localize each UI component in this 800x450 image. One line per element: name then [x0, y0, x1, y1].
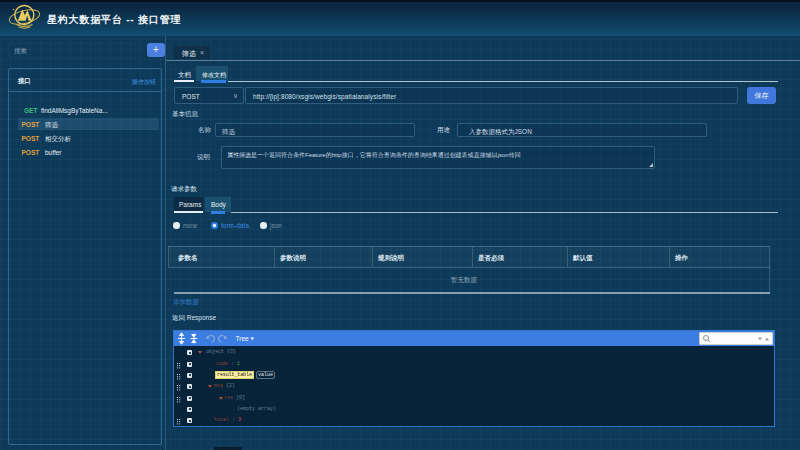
svg-text:Tree: Tree	[236, 335, 250, 342]
